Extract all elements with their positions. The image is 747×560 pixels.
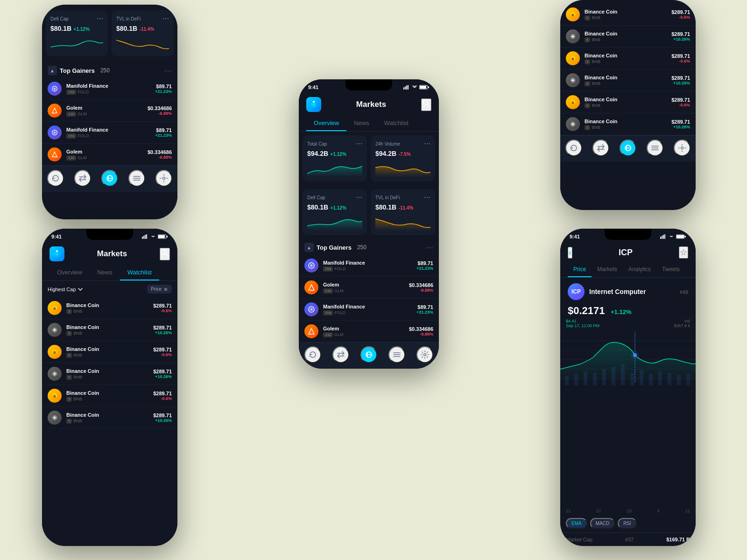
bottom-right-tab-tweets[interactable]: Tweets xyxy=(656,262,685,277)
center-gainer-item-2[interactable]: Golem 130GLM $0.334686 -6.88% xyxy=(299,277,439,299)
svg-rect-54 xyxy=(142,237,143,239)
tr-coin-2[interactable]: Binance Coin 5BNB $289.71 +10.26% xyxy=(560,26,696,48)
tr-coin-info-2: Binance Coin 5BNB xyxy=(585,31,671,42)
bl-coin-3[interactable]: B Binance Coin 5BNB $289.71 -0.6% xyxy=(42,341,177,363)
bl-coin-rank-4: 5BNB xyxy=(66,375,153,380)
top-left-nav-menu[interactable] xyxy=(128,170,145,187)
tr-coin-5[interactable]: B Binance Coin 5BNB $289.71 -0.6% xyxy=(560,91,696,113)
bottom-right-tab-markets[interactable]: Markets xyxy=(592,262,623,277)
top-left-gainer-3[interactable]: Manifold Finance 259FOLD $89.71 +21.23% xyxy=(42,122,177,144)
tr-coin-1[interactable]: B Binance Coin 5BNB $289.71 -0.6% xyxy=(560,4,696,26)
bottom-left-status-icons xyxy=(142,234,168,239)
tr-coin-avatar-5: B xyxy=(566,95,580,109)
top-right-nav-markets[interactable] xyxy=(620,140,636,156)
top-left-gainers-more[interactable]: ⋯ xyxy=(164,66,172,75)
bottom-right-ema-btn[interactable]: EMA xyxy=(566,518,587,529)
svg-rect-55 xyxy=(143,236,144,239)
bottom-right-back-button[interactable]: ‹ xyxy=(568,247,572,259)
top-left-gainers-header-left: ▲ Top Gainers 250 xyxy=(48,66,110,75)
top-left-nav-markets[interactable] xyxy=(101,170,118,187)
center-nav-markets[interactable] xyxy=(360,346,377,363)
bottom-right-rsi-btn[interactable]: RSI xyxy=(618,518,637,529)
tr-coin-change-1: -0.6% xyxy=(671,15,690,20)
tr-coin-rank-4: 5BNB xyxy=(585,81,671,86)
top-right-nav-refresh[interactable] xyxy=(565,140,582,156)
bl-coin-5[interactable]: B Binance Coin 5BNB $289.71 -0.6% xyxy=(42,385,177,407)
bottom-left-tab-news[interactable]: News xyxy=(90,265,120,280)
top-left-gainer-name-4: Golem xyxy=(66,149,148,154)
bl-coin-avatar-6 xyxy=(48,411,62,425)
tr-coin-3[interactable]: B Binance Coin 5BNB $289.71 -0.6% xyxy=(560,48,696,70)
center-nav-refresh[interactable] xyxy=(304,346,321,363)
top-left-gainer-1[interactable]: Manifold Finance 259FOLD $89.71 +21.23% xyxy=(42,78,177,100)
center-search-button[interactable] xyxy=(421,98,431,111)
svg-rect-59 xyxy=(158,235,165,238)
center-tab-watchlist[interactable]: Watchlist xyxy=(377,116,416,131)
svg-point-16 xyxy=(310,308,313,311)
bottom-left-tab-overview[interactable]: Overview xyxy=(49,265,90,280)
svg-point-111 xyxy=(633,353,637,357)
bl-coin-4[interactable]: Binance Coin 5BNB $289.71 +10.26% xyxy=(42,363,177,385)
center-volume-change: -7.5% xyxy=(399,152,411,157)
top-left-gainer-2[interactable]: Golem 130GLM $0.334686 -6.88% xyxy=(42,100,177,122)
tr-coin-name-3: Binance Coin xyxy=(585,53,671,58)
top-left-gainer-change-1: +21.23% xyxy=(155,89,172,94)
bl-coin-2[interactable]: Binance Coin 5BNB $289.71 +10.26% xyxy=(42,319,177,341)
tr-coin-info-1: Binance Coin 5BNB xyxy=(585,9,671,21)
bottom-right-tab-price[interactable]: Price xyxy=(568,262,592,277)
bottom-right-coin-name: Internet Computer xyxy=(589,288,646,295)
center-total-cap-dots[interactable]: ⋯ xyxy=(356,140,362,147)
center-gainer-item-3[interactable]: Manifold Finance 259FOLD $89.71 +21.23% xyxy=(299,299,439,321)
center-tvl-dots[interactable]: ⋯ xyxy=(424,194,430,201)
bl-coin-1[interactable]: B Binance Coin 5BNB $289.71 -0.6% xyxy=(42,297,177,319)
bottom-right-macd-btn[interactable]: MACD xyxy=(590,518,615,529)
center-volume-dots[interactable]: ⋯ xyxy=(424,140,430,147)
bottom-left-filter-dropdown[interactable]: Highest Cap xyxy=(48,287,83,292)
bottom-right-market-cap-label: Market Cap xyxy=(566,537,592,542)
top-right-nav-menu[interactable] xyxy=(647,140,663,156)
top-left-defi-dots[interactable]: ⋯ xyxy=(97,15,103,22)
bl-coin-price-val-6: $289.71 xyxy=(153,413,172,418)
bottom-right-chart-high-date: Sep 17, 11:00 PM xyxy=(566,323,599,328)
center-gainer-item-4[interactable]: Golem 130GLM $0.334686 -6.88% xyxy=(299,321,439,342)
center-nav-menu[interactable] xyxy=(388,346,405,363)
top-left-nav-refresh[interactable] xyxy=(47,170,64,187)
bl-coin-name-5: Binance Coin xyxy=(66,390,153,396)
bottom-left-phone: 9:41 Markets Overview News Watchlist xyxy=(42,229,177,546)
top-right-nav-settings[interactable] xyxy=(674,140,691,156)
center-nav-settings[interactable] xyxy=(416,346,433,363)
center-gainer-price-info-2: $0.334686 -6.88% xyxy=(409,282,433,293)
bottom-left-price-filter-label: Price xyxy=(151,287,162,292)
bottom-right-tab-analytics[interactable]: Analytics xyxy=(623,262,656,277)
center-gainer-item-1[interactable]: Manifold Finance 259FOLD $89.71 +21.23% xyxy=(299,255,439,277)
tr-coin-4[interactable]: Binance Coin 5BNB $289.71 +10.26% xyxy=(560,70,696,91)
top-left-gainer-avatar-4 xyxy=(48,147,62,161)
top-left-tvl-dots[interactable]: ⋯ xyxy=(162,15,169,22)
top-right-nav-transfer[interactable] xyxy=(592,140,609,156)
top-left-nav-settings[interactable] xyxy=(155,170,172,187)
bottom-right-x-label-3: 23 xyxy=(627,509,631,513)
svg-line-65 xyxy=(166,254,168,256)
center-gainer-info-3: Manifold Finance 259FOLD xyxy=(323,304,416,315)
center-nav-transfer[interactable] xyxy=(332,346,349,363)
bottom-left-price-filter[interactable]: Price xyxy=(147,285,172,294)
center-tab-news[interactable]: News xyxy=(346,116,377,131)
top-left-gainer-4[interactable]: Golem 130GLM $0.334686 -6.88% xyxy=(42,144,177,166)
bottom-right-notch xyxy=(605,229,651,240)
bottom-left-tab-row: Overview News Watchlist xyxy=(42,265,177,281)
bottom-left-tab-watchlist[interactable]: Watchlist xyxy=(120,265,159,280)
center-gainers-more[interactable]: ⋯ xyxy=(426,243,433,252)
top-left-nav-transfer[interactable] xyxy=(74,170,91,187)
tr-coin-name-4: Binance Coin xyxy=(585,75,671,80)
bl-coin-name-6: Binance Coin xyxy=(66,412,153,418)
bottom-left-search-button[interactable] xyxy=(160,248,170,260)
center-tab-overview[interactable]: Overview xyxy=(306,116,346,131)
tr-coin-6[interactable]: Binance Coin 5BNB $289.71 +10.26% xyxy=(560,113,696,135)
center-defi-cap-dots[interactable]: ⋯ xyxy=(356,194,362,201)
bl-coin-price-5: $289.71 -0.6% xyxy=(153,391,172,401)
tr-coin-info-4: Binance Coin 5BNB xyxy=(585,75,671,86)
bl-coin-6[interactable]: Binance Coin 5BNB $289.71 +10.26% xyxy=(42,407,177,429)
top-left-gainer-info-1: Manifold Finance 259FOLD xyxy=(66,83,155,95)
tr-coin-avatar-6 xyxy=(566,117,580,131)
bottom-right-star-button[interactable]: ☆ xyxy=(679,246,688,259)
